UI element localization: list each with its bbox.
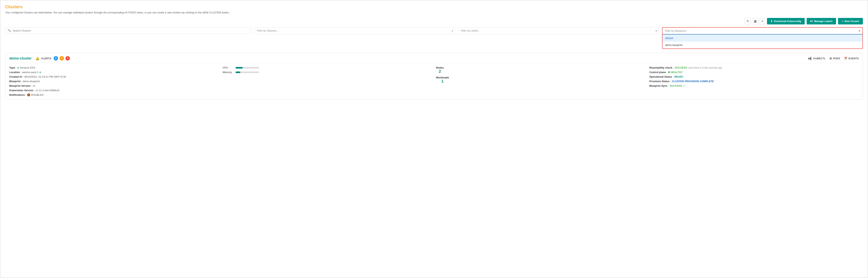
alerts-label: ALERTS <box>41 57 51 60</box>
healthy-dot <box>668 71 670 73</box>
nodes-workloads: Nodes 2 Workloads 1 <box>436 66 646 83</box>
blueprints-dropdown: default demo-blueprint <box>662 34 863 48</box>
cluster-header: demo-cluster 🔔 ALERTS 0 0 0 ▶▌ KUBECTL ⊞… <box>9 56 859 63</box>
k8s-version-item: Kubernetes Version : v1.21.2-eks-0389ca3 <box>9 89 219 92</box>
download-kubeconfig-button[interactable]: ⬇ Download Kubeconfig <box>767 18 805 25</box>
events-link[interactable]: 📅 EVENTS <box>844 57 859 60</box>
location-item: Location : aws/us-west-1 ⊕ <box>9 71 219 74</box>
new-cluster-button[interactable]: + New Cluster <box>838 18 863 25</box>
manage-labels-button[interactable]: 🏷 Manage Labels <box>807 18 836 25</box>
memory-progress: Memory <box>223 71 432 74</box>
eks-icon: ⚙ <box>17 66 19 69</box>
alert-badge-orange: 0 <box>60 56 64 61</box>
plus-icon: + <box>842 20 843 23</box>
status-filter: Filter by Statuses ... ▾ <box>254 27 455 34</box>
blueprint-option-default[interactable]: default <box>662 35 863 42</box>
blueprints-placeholder: Filter by Blueprints ... <box>665 29 689 32</box>
tag-icon: 🏷 <box>810 20 813 23</box>
blueprints-header[interactable]: Filter by Blueprints ... ▾ <box>662 28 863 34</box>
status-select[interactable]: Filter by Statuses ... <box>254 27 455 34</box>
cluster-card: demo-cluster 🔔 ALERTS 0 0 0 ▶▌ KUBECTL ⊞… <box>5 53 863 100</box>
provision-link[interactable]: CLUSTER PROVISION COMPLETE <box>672 80 714 83</box>
detail-col-meta: Type : ⚙ Amazon EKS Location : aws/us-we… <box>9 66 219 96</box>
search-icon: 🔍 <box>8 29 11 32</box>
operational-row: Operational Status : READY <box>649 75 859 78</box>
cpu-progress: CPU <box>223 66 432 69</box>
page-description: Your configured Clusters are listed belo… <box>5 11 863 14</box>
reachability-row: Reachability check : SUCCESS Last check … <box>649 66 859 69</box>
toolbar-row: ↻ ▦ ≡ ⬇ Download Kubeconfig 🏷 Manage Lab… <box>5 18 863 25</box>
control-plane-row: Control plane : HEALTHY <box>649 71 859 74</box>
blueprint-item: Blueprint : demo-blueprint <box>9 80 219 83</box>
alert-badge-red: 0 <box>65 56 70 61</box>
resource-bars: CPU Memory <box>223 66 432 74</box>
workloads-metric: Workloads 1 <box>436 76 449 83</box>
download-icon: ⬇ <box>771 20 773 23</box>
page-title: Clusters <box>5 4 863 9</box>
detail-col-status: Reachability check : SUCCESS Last check … <box>649 66 859 96</box>
blueprints-dropdown-wrapper: Filter by Blueprints ... ▾ default demo-… <box>662 27 863 49</box>
toolbar-icons: ↻ ▦ ≡ <box>745 18 765 25</box>
external-link-icon[interactable]: ↗ <box>683 84 685 87</box>
terminal-icon: ▶▌ <box>808 57 812 60</box>
list-view-button[interactable]: ≡ <box>760 18 765 25</box>
cluster-name-link[interactable]: demo-cluster <box>9 56 32 61</box>
grid-icon: ▦ <box>754 19 757 23</box>
blueprint-option-demo[interactable]: demo-blueprint <box>662 42 863 48</box>
search-box: 🔍 <box>5 27 251 34</box>
bell-icon: 🔔 <box>35 57 39 60</box>
pods-link[interactable]: ⊞ PODS <box>830 57 840 60</box>
blueprint-version-item: Blueprint Version : v1 <box>9 84 219 87</box>
refresh-icon: ↻ <box>746 19 749 23</box>
alerts-section: 🔔 ALERTS 0 0 0 <box>35 56 70 61</box>
provision-row: Provision Status : CLUSTER PROVISION COM… <box>649 80 859 83</box>
sync-row: Blueprint Sync : SUCCESS ↗ <box>649 84 859 87</box>
calendar-icon: 📅 <box>844 57 847 60</box>
cluster-actions: ▶▌ KUBECTL ⊞ PODS 📅 EVENTS <box>808 57 859 60</box>
kubectl-link[interactable]: ▶▌ KUBECTL <box>808 57 826 60</box>
detail-col-resources: CPU Memory <box>223 66 432 96</box>
filters-row: 🔍 Filter by Statuses ... ▾ Filter by Lab… <box>5 27 863 49</box>
notification-icon: 🔕 <box>27 93 30 96</box>
memory-bar <box>236 72 259 73</box>
pods-icon: ⊞ <box>830 57 832 60</box>
created-item: Created At : 08/19/2021, 01:19:11 PM GMT… <box>9 75 219 78</box>
nodes-metric: Nodes 2 <box>436 66 444 74</box>
blueprints-filter: Filter by Blueprints ... ▾ default demo-… <box>662 27 863 49</box>
cluster-details: Type : ⚙ Amazon EKS Location : aws/us-we… <box>9 66 859 96</box>
detail-col-counts: Nodes 2 Workloads 1 <box>436 66 646 96</box>
location-icon: ⊕ <box>39 71 41 74</box>
alert-badge-blue: 0 <box>54 56 58 61</box>
labels-filter: Filter by Labels ... ▾ <box>458 27 659 34</box>
grid-view-button[interactable]: ▦ <box>752 18 758 25</box>
search-input[interactable] <box>12 29 249 32</box>
cpu-bar <box>236 67 259 69</box>
labels-select[interactable]: Filter by Labels ... <box>458 27 659 34</box>
page-wrapper: Clusters Your configured Clusters are li… <box>0 0 868 278</box>
list-icon: ≡ <box>762 20 763 23</box>
notifications-item: Notifications : 🔕 DISABLED <box>9 93 219 96</box>
refresh-button[interactable]: ↻ <box>745 18 751 25</box>
type-item: Type : ⚙ Amazon EKS <box>9 66 219 69</box>
blueprints-chevron-icon: ▾ <box>859 29 860 32</box>
